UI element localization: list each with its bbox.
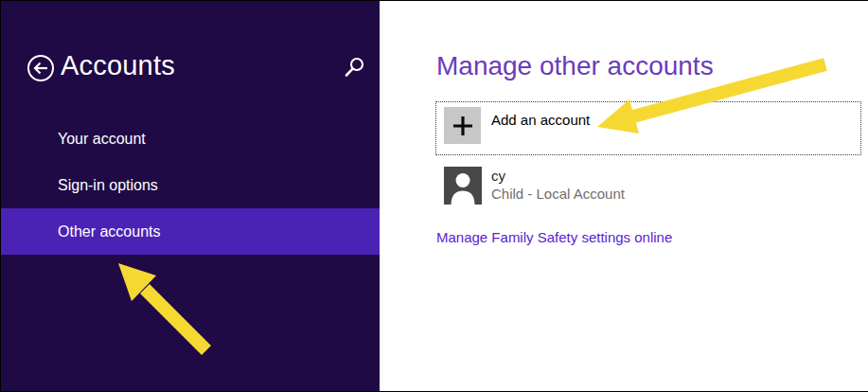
- account-row-cy[interactable]: cy Child - Local Account: [444, 167, 860, 205]
- add-account-button[interactable]: Add an account: [435, 101, 861, 155]
- sidebar-item-label: Sign-in options: [58, 177, 158, 193]
- sidebar-header: Accounts: [1, 52, 380, 86]
- sidebar-item-other-accounts[interactable]: Other accounts: [1, 208, 380, 255]
- sidebar-item-your-account[interactable]: Your account: [1, 116, 380, 162]
- page-title: Accounts: [61, 50, 175, 81]
- plus-icon: [452, 115, 474, 137]
- family-safety-link[interactable]: Manage Family Safety settings online: [436, 229, 672, 245]
- back-arrow-circle-icon: [27, 54, 55, 82]
- person-silhouette-icon: [444, 167, 482, 205]
- search-icon: [342, 55, 368, 81]
- sidebar-item-label: Your account: [58, 131, 146, 147]
- sidebar: Accounts Your account Sign-in options Ot…: [1, 1, 380, 391]
- main-pane: Manage other accounts Add an account cy …: [380, 1, 868, 391]
- sidebar-item-sign-in-options[interactable]: Sign-in options: [1, 162, 380, 208]
- sidebar-item-label: Other accounts: [58, 223, 161, 240]
- avatar: [444, 167, 482, 205]
- account-name: cy: [491, 168, 505, 184]
- back-button[interactable]: [27, 54, 55, 82]
- pc-settings-accounts-screen: Accounts Your account Sign-in options Ot…: [0, 0, 868, 392]
- search-button[interactable]: [342, 55, 368, 81]
- add-account-label: Add an account: [491, 112, 590, 128]
- add-account-tile: [444, 107, 481, 144]
- account-detail: Child - Local Account: [491, 186, 625, 202]
- sidebar-nav: Your account Sign-in options Other accou…: [1, 116, 380, 255]
- section-heading: Manage other accounts: [436, 51, 714, 81]
